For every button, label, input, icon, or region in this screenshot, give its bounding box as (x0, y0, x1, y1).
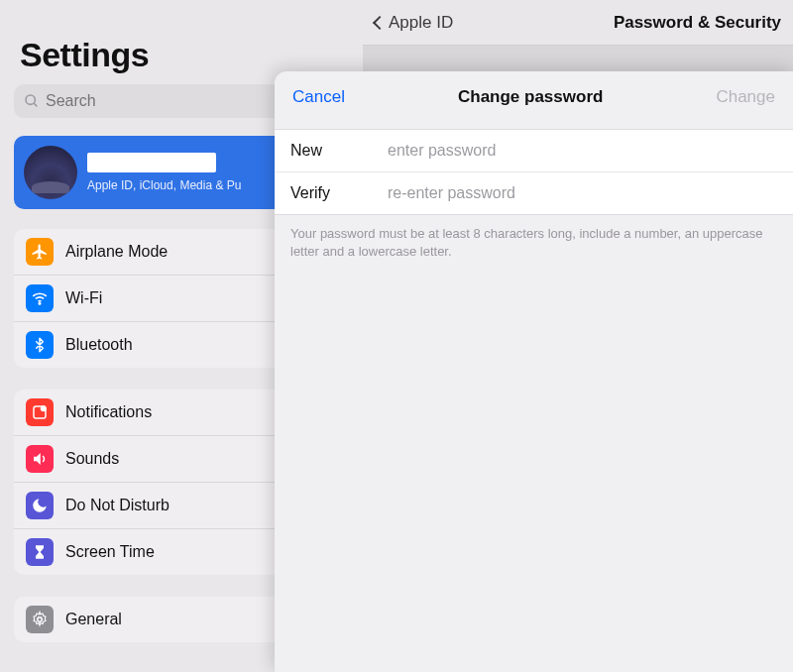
moon-icon (26, 492, 54, 519)
back-label: Apple ID (389, 13, 453, 33)
chevron-left-icon (373, 15, 387, 29)
wifi-icon (26, 284, 54, 312)
bluetooth-icon (26, 331, 54, 359)
profile-subtitle: Apple ID, iCloud, Media & Pu (87, 178, 241, 192)
notifications-icon (26, 398, 54, 426)
password-fields: New Verify (275, 129, 793, 215)
hourglass-icon (26, 538, 54, 566)
page-title: Settings (20, 36, 349, 74)
detail-title: Password & Security (614, 13, 781, 33)
search-icon (24, 93, 40, 109)
gear-icon (26, 606, 54, 633)
svg-line-1 (34, 103, 37, 106)
profile-text: Apple ID, iCloud, Media & Pu (87, 153, 241, 192)
svg-point-0 (26, 95, 35, 104)
sidebar-item-label: Wi-Fi (65, 289, 305, 307)
svg-point-4 (41, 405, 47, 411)
svg-point-2 (39, 303, 41, 305)
back-button[interactable]: Apple ID (375, 13, 453, 33)
new-password-label: New (290, 142, 388, 160)
detail-header: Apple ID Password & Security (363, 0, 793, 46)
sounds-icon (26, 445, 54, 473)
verify-password-label: Verify (290, 184, 388, 202)
new-password-row: New (275, 130, 793, 172)
change-password-sheet: Cancel Change password Change New Verify… (275, 71, 793, 672)
verify-password-input[interactable] (388, 184, 777, 202)
airplane-icon (26, 238, 54, 266)
verify-password-row: Verify (275, 172, 793, 214)
profile-name-redacted (87, 153, 216, 172)
password-hint: Your password must be at least 8 charact… (275, 215, 793, 271)
modal-header: Cancel Change password Change (275, 71, 793, 129)
modal-title: Change password (458, 87, 603, 107)
new-password-input[interactable] (388, 142, 777, 160)
cancel-button[interactable]: Cancel (292, 87, 345, 107)
avatar (24, 146, 77, 199)
svg-point-5 (38, 617, 43, 622)
change-button[interactable]: Change (716, 87, 775, 107)
